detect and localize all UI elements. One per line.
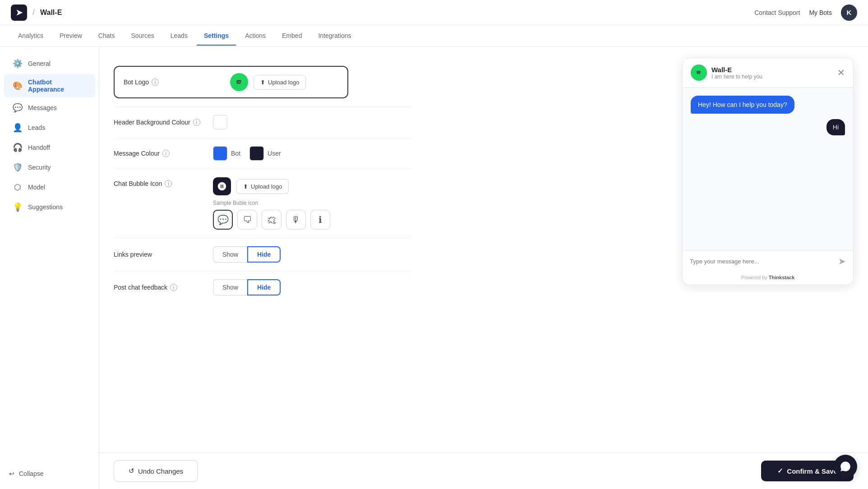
- topbar-right: Contact Support My Bots K: [754, 5, 857, 21]
- header-bg-control: [213, 115, 411, 129]
- bubble-icon-chat-1[interactable]: 💬: [213, 210, 233, 230]
- bot-color-swatch[interactable]: [213, 146, 227, 161]
- upload-logo-button[interactable]: ⬆ Upload logo: [254, 75, 306, 90]
- links-preview-row: Links preview Show Hide: [114, 238, 411, 271]
- bubble-icon-headset[interactable]: 🎙: [286, 210, 306, 230]
- tab-settings[interactable]: Settings: [197, 27, 236, 46]
- bottom-actions: ↺ Undo Changes ✓ Confirm & Save: [99, 452, 868, 489]
- collapse-button[interactable]: ↩ Collapse: [0, 466, 99, 482]
- post-chat-hide-btn[interactable]: Hide: [247, 279, 281, 295]
- links-preview-hide-btn[interactable]: Hide: [247, 246, 281, 263]
- sidebar-label-handoff: Handoff: [28, 144, 50, 151]
- leads-icon: 👤: [13, 123, 23, 133]
- app-name: Wall-E: [40, 9, 62, 17]
- message-colour-group: Bot User: [213, 146, 281, 161]
- user-colour-option: User: [249, 146, 281, 161]
- contact-support-link[interactable]: Contact Support: [754, 9, 800, 16]
- preview-close-button[interactable]: ✕: [837, 68, 845, 77]
- content-area: Bot Logo i: [99, 47, 868, 489]
- sidebar-item-suggestions[interactable]: 💡 Suggestions: [4, 198, 95, 217]
- sidebar-item-leads[interactable]: 👤 Leads: [4, 118, 95, 137]
- sidebar-items: ⚙️ General 🎨 Chatbot Appearance 💬 Messag…: [0, 54, 99, 217]
- bot-logo-row: Bot Logo i: [114, 58, 411, 107]
- sidebar-item-chatbot-appearance[interactable]: 🎨 Chatbot Appearance: [4, 74, 95, 97]
- tab-sources[interactable]: Sources: [124, 27, 161, 46]
- links-preview-show-btn[interactable]: Show: [213, 246, 247, 263]
- settings-section: Bot Logo i: [114, 58, 411, 304]
- bubble-icons-row: 💬 🗨 🗯 🎙 ℹ: [213, 210, 330, 230]
- message-colour-control: Bot User: [213, 146, 411, 161]
- preview-send-button[interactable]: ➤: [838, 256, 846, 267]
- links-preview-toggle: Show Hide: [213, 246, 281, 263]
- tab-embed[interactable]: Embed: [275, 27, 309, 46]
- sidebar-label-chatbot-appearance: Chatbot Appearance: [28, 78, 86, 93]
- my-bots-link[interactable]: My Bots: [809, 9, 832, 16]
- bot-logo-control: ⬆ Upload logo: [230, 73, 338, 91]
- preview-bot-info: Wall-E I am here to help you: [711, 66, 762, 80]
- sidebar-label-model: Model: [28, 184, 45, 191]
- message-colour-label: Message Colour i: [114, 150, 213, 157]
- header-bg-label: Header Background Colour i: [114, 119, 213, 126]
- bubble-icon-chat-3[interactable]: 🗯: [262, 210, 282, 230]
- sidebar-item-handoff[interactable]: 🎧 Handoff: [4, 138, 95, 157]
- breadcrumb-slash: /: [32, 8, 35, 17]
- sidebar-label-suggestions: Suggestions: [28, 203, 63, 211]
- app-logo[interactable]: ➤: [11, 5, 27, 21]
- sidebar-item-general[interactable]: ⚙️ General: [4, 54, 95, 73]
- bubble-icon-info[interactable]: ℹ: [310, 210, 330, 230]
- tab-actions[interactable]: Actions: [238, 27, 273, 46]
- header-bg-info-icon[interactable]: i: [193, 119, 200, 126]
- tab-analytics[interactable]: Analytics: [11, 27, 51, 46]
- upload-chat-icon-button[interactable]: ⬆ Upload logo: [236, 179, 289, 194]
- preview-user-message: Hi: [826, 119, 845, 135]
- bubble-icon-chat-2[interactable]: 🗨: [237, 210, 257, 230]
- header-bg-color-swatch[interactable]: [213, 115, 227, 129]
- tab-leads[interactable]: Leads: [163, 27, 195, 46]
- preview-bot-message: Hey! How can I help you today?: [691, 96, 794, 114]
- post-chat-info-icon[interactable]: i: [170, 284, 177, 291]
- sidebar-item-security[interactable]: 🛡️ Security: [4, 158, 95, 177]
- bot-logo-info-icon[interactable]: i: [152, 78, 159, 86]
- message-colour-row: Message Colour i Bot User: [114, 138, 411, 169]
- chat-bubble-icon-control: ⬆ Upload logo Sample Buble icon 💬 🗨 🗯 🎙 …: [213, 177, 411, 230]
- handoff-icon: 🎧: [13, 143, 23, 152]
- post-chat-feedback-row: Post chat feedback i Show Hide: [114, 271, 411, 304]
- message-colour-info-icon[interactable]: i: [162, 150, 170, 157]
- post-chat-feedback-label: Post chat feedback i: [114, 284, 213, 291]
- bubble-icons-section: Sample Buble icon 💬 🗨 🗯 🎙 ℹ: [213, 200, 330, 230]
- message-icon: 💬: [13, 103, 23, 113]
- bot-logo-label: Bot Logo i: [124, 78, 223, 86]
- preview-message-input[interactable]: [690, 258, 834, 265]
- preview-body: Hey! How can I help you today? Hi: [683, 88, 853, 250]
- sidebar-label-general: General: [28, 60, 51, 67]
- user-color-swatch[interactable]: [249, 146, 264, 161]
- undo-icon: ↺: [129, 467, 134, 475]
- post-chat-feedback-control: Show Hide: [213, 279, 411, 295]
- lightbulb-icon: 💡: [13, 202, 23, 212]
- avatar[interactable]: K: [841, 5, 857, 21]
- topbar-left: ➤ / Wall-E: [11, 5, 62, 21]
- sidebar-label-leads: Leads: [28, 124, 45, 131]
- sidebar-item-model[interactable]: ⬡ Model: [4, 178, 95, 197]
- tab-chats[interactable]: Chats: [91, 27, 122, 46]
- tab-preview[interactable]: Preview: [52, 27, 89, 46]
- collapse-label: Collapse: [19, 470, 43, 477]
- chat-fab-button[interactable]: [834, 455, 857, 478]
- header-bg-row: Header Background Colour i: [114, 107, 411, 138]
- sidebar: ⚙️ General 🎨 Chatbot Appearance 💬 Messag…: [0, 47, 99, 489]
- sidebar-label-security: Security: [28, 164, 51, 171]
- post-chat-show-btn[interactable]: Show: [213, 279, 247, 295]
- chat-bubble-info-icon[interactable]: i: [165, 180, 172, 187]
- gear-icon: ⚙️: [13, 59, 23, 69]
- shield-icon: 🛡️: [13, 162, 23, 172]
- collapse-icon: ↩: [9, 470, 14, 477]
- upload-icon-2: ⬆: [243, 183, 248, 190]
- sidebar-item-messages[interactable]: 💬 Messages: [4, 98, 95, 117]
- preview-footer: ➤: [683, 250, 853, 272]
- sidebar-label-messages: Messages: [28, 104, 57, 111]
- links-preview-label: Links preview: [114, 251, 213, 258]
- post-chat-toggle: Show Hide: [213, 279, 281, 295]
- palette-icon: 🎨: [13, 81, 23, 91]
- tab-integrations[interactable]: Integrations: [311, 27, 358, 46]
- undo-changes-button[interactable]: ↺ Undo Changes: [114, 460, 198, 482]
